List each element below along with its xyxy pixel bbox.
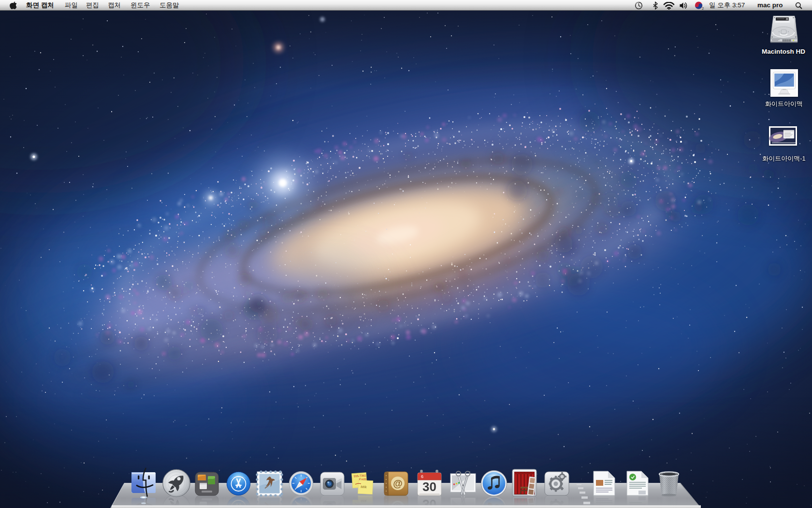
- svg-text:Milk: Milk: [361, 485, 367, 489]
- svg-text:2: 2: [702, 7, 704, 10]
- svg-text:@: @: [393, 478, 403, 489]
- svg-text:6: 6: [421, 474, 423, 479]
- svg-text:30: 30: [422, 479, 436, 494]
